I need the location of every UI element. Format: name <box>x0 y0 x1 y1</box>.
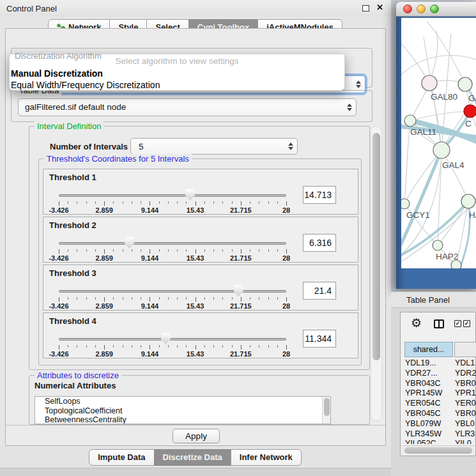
slider-tick <box>59 201 59 206</box>
table-row[interactable]: YLR345WYLR3 <box>401 429 476 440</box>
slider-track[interactable] <box>59 338 286 341</box>
slider-tick <box>277 297 278 300</box>
combo-stepper-icon <box>287 139 295 154</box>
slider-tick <box>68 201 68 204</box>
tab-discretize-data[interactable]: Discretize Data <box>154 449 231 466</box>
slider-tick <box>104 345 105 349</box>
numerical-attributes-list[interactable]: SelfLoopsTopologicalCoefficientBetweenne… <box>35 396 331 424</box>
slider-tick-label: 15.43 <box>187 254 204 262</box>
checkbox-icon[interactable]: ✓ <box>463 320 470 327</box>
slider-tick <box>123 201 123 204</box>
slider-tick <box>77 297 77 300</box>
slider-thumb[interactable] <box>234 285 243 296</box>
slider-tick <box>132 345 132 348</box>
table-data-combo-value: galFiltered.sif default node <box>25 99 126 116</box>
table-row[interactable]: YPR145WYPR1 <box>401 388 476 399</box>
apply-button[interactable]: Apply <box>173 429 220 443</box>
network-canvas[interactable]: GAL80GACGAL11GAL4GCY1HAHAP2 <box>401 18 476 268</box>
tab-impute-data[interactable]: Impute Data <box>89 449 154 466</box>
split-columns-icon[interactable] <box>434 319 444 328</box>
slider-thumb[interactable] <box>125 237 134 249</box>
table-row[interactable]: YIL052CYIL0 <box>401 439 476 444</box>
slider-tick-label: 15.43 <box>187 206 204 214</box>
close-panel-icon[interactable]: ✕ <box>376 3 383 12</box>
close-window-icon[interactable] <box>403 4 412 13</box>
network-node-H-node[interactable] <box>461 194 475 208</box>
slider-tick <box>286 201 287 206</box>
table-row[interactable]: YDR27...YDR2 <box>401 369 476 379</box>
slider-tick <box>232 201 233 204</box>
attributes-scrollbar[interactable] <box>322 397 330 424</box>
column-header-shared-name[interactable]: shared... <box>404 342 453 357</box>
table-row[interactable]: YDL19...YDL1 <box>401 358 476 369</box>
slider-tick <box>177 201 178 204</box>
float-panel-icon[interactable] <box>362 5 369 12</box>
slider-thumb[interactable] <box>185 189 195 201</box>
network-node-node-top-right[interactable] <box>458 77 472 91</box>
slider-tick <box>222 249 223 252</box>
number-of-intervals-combobox[interactable]: 5 <box>130 138 298 155</box>
slider-tick <box>150 201 150 206</box>
table-row[interactable]: YBR045CYBR0 <box>401 409 476 419</box>
slider-tick-label: 21.715 <box>230 350 252 358</box>
zoom-window-icon[interactable] <box>430 4 439 13</box>
tab-label: Discretize Data <box>163 450 222 465</box>
algorithm-option-equal-width[interactable]: Equal Width/Frequency Discretization <box>11 79 160 91</box>
threshold-value-field[interactable]: 21.4 <box>303 282 336 300</box>
table-row[interactable]: YER054CYER0 <box>401 399 476 409</box>
attribute-list-item[interactable]: TopologicalCoefficient <box>35 406 330 416</box>
threshold-value-field[interactable]: 14.713 <box>303 186 336 204</box>
slider-track[interactable] <box>59 194 286 197</box>
attribute-list-item[interactable]: BetweennessCentrality <box>35 415 330 424</box>
network-node-GCY1[interactable] <box>401 199 410 209</box>
network-nodes[interactable]: GAL80GACGAL11GAL4GCY1HAHAP2 <box>401 75 476 268</box>
algorithm-option-manual[interactable]: Manual Discretization <box>11 68 103 79</box>
slider-tick-label: 2.859 <box>95 206 113 214</box>
bottom-tab-strip: Impute DataDiscretize DataInfer Network <box>0 449 391 466</box>
gear-icon[interactable]: ⚙ <box>411 316 422 330</box>
slider-tick <box>222 297 223 300</box>
checkbox-icon[interactable]: ✓ <box>454 320 461 327</box>
table-row[interactable]: YBR043CYBR0 <box>401 379 476 389</box>
network-view-window[interactable]: GAL80GACGAL11GAL4GCY1HAHAP2 <box>396 2 476 289</box>
slider-tick <box>222 201 223 204</box>
node-label-GAL4: GAL4 <box>442 160 464 170</box>
network-node-GAL80[interactable] <box>422 75 437 91</box>
slider-tick <box>123 249 123 252</box>
slider-thumb[interactable] <box>161 333 171 344</box>
threshold-value-field[interactable]: 11.344 <box>303 330 336 348</box>
network-node-red-node[interactable] <box>464 105 476 118</box>
table-data-combobox[interactable]: galFiltered.sif default node <box>18 98 357 116</box>
slider-tick <box>113 297 114 300</box>
tab-infer-network[interactable]: Infer Network <box>231 449 302 466</box>
slider-tick <box>168 345 169 348</box>
thresholds-group: Threshold's Coordinates for 5 Intervals … <box>38 158 362 365</box>
slider-tick <box>68 249 68 252</box>
slider-tick <box>141 249 141 252</box>
threshold-value-field[interactable]: 6.316 <box>303 234 336 252</box>
slider-tick <box>59 345 59 349</box>
slider-tick <box>95 297 96 300</box>
slider-track[interactable] <box>59 242 286 245</box>
minimize-window-icon[interactable] <box>417 4 426 13</box>
slider-tick-label: 2.859 <box>95 302 113 310</box>
cell-shared-name: YDL19... <box>405 358 436 369</box>
column-header-name[interactable]: na <box>454 342 476 357</box>
slider-tick <box>77 345 77 348</box>
slider-tick <box>132 201 132 204</box>
network-node-GAL11[interactable] <box>404 115 416 127</box>
cell-shared-name: YBL079W <box>405 419 441 429</box>
table-row[interactable]: YBL079WYBL0 <box>401 419 476 429</box>
network-node-bottom-node[interactable] <box>451 260 461 268</box>
network-node-HAP2[interactable] <box>433 240 443 250</box>
table-horizontal-scrollbar[interactable] <box>401 445 475 454</box>
cell-name: YER0 <box>455 399 476 409</box>
slider-tick <box>268 201 269 204</box>
slider-track[interactable] <box>59 290 286 293</box>
attribute-list-item[interactable]: SelfLoops <box>35 397 330 406</box>
algorithm-hint-option[interactable]: Select algorithm to view settings <box>10 56 344 66</box>
network-node-GAL4[interactable] <box>433 142 450 158</box>
settings-scrollbar[interactable] <box>371 126 382 421</box>
slider-tick <box>259 345 259 348</box>
combo-stepper-icon <box>346 99 353 116</box>
